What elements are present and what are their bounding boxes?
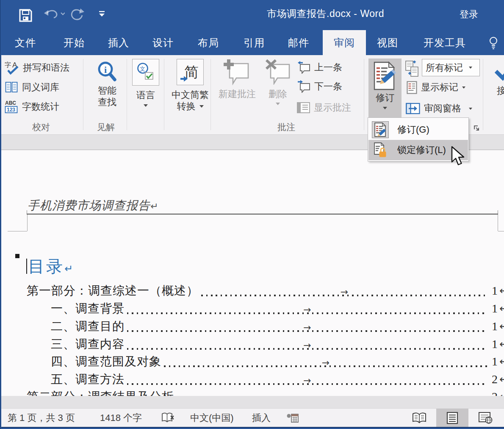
previous-comment-button[interactable]: 上一条 bbox=[297, 60, 342, 75]
toc-page-number: 1 bbox=[492, 355, 498, 368]
reviewing-pane-button[interactable]: 审阅窗格 bbox=[406, 101, 472, 116]
tab-file[interactable]: 文件 bbox=[15, 30, 36, 55]
paragraph-mark-icon: ↵ bbox=[498, 285, 499, 297]
next-comment-button[interactable]: 下一条 bbox=[297, 79, 342, 94]
all-markup-caret bbox=[469, 67, 472, 69]
tab-mark-icon: → bbox=[328, 393, 336, 396]
reviewing-pane-caret bbox=[469, 108, 472, 110]
toc-entry[interactable]: 四、调查范围及对象 → 1 ↵ bbox=[27, 353, 499, 370]
print-layout-icon bbox=[446, 412, 459, 424]
proofing-status-icon bbox=[161, 412, 175, 424]
crop-mark-right-horizontal bbox=[498, 231, 504, 231]
delete-comment-button[interactable]: 删除 bbox=[262, 59, 294, 105]
undo-icon bbox=[44, 8, 65, 20]
toc-entry[interactable]: 一、调查背景 → 1 ↵ bbox=[27, 300, 499, 318]
macro-record-icon bbox=[287, 412, 299, 423]
reviewing-pane-label: 审阅窗格 bbox=[424, 102, 461, 115]
new-comment-button[interactable]: 新建批注 bbox=[215, 59, 259, 100]
toc-entry[interactable]: 第一部分：调查综述一（概述） → 1 ↵ bbox=[27, 282, 499, 300]
tab-view[interactable]: 视图 bbox=[377, 30, 398, 55]
tab-developer[interactable]: 开发工具 bbox=[424, 30, 466, 55]
status-language[interactable]: 中文(中国) bbox=[190, 409, 234, 427]
status-macro-button[interactable] bbox=[287, 409, 299, 427]
all-markup-row-icon-wrap bbox=[405, 61, 419, 79]
tab-insert[interactable]: 插入 bbox=[108, 30, 129, 55]
title-bar: 市场调查报告.docx - Word 登录 bbox=[0, 0, 504, 30]
crop-mark-left-horizontal bbox=[8, 231, 27, 231]
show-markup-icon bbox=[407, 81, 417, 94]
view-web-layout-button[interactable] bbox=[469, 409, 501, 427]
next-comment-icon bbox=[297, 80, 310, 93]
undo-button[interactable] bbox=[44, 8, 65, 20]
page-header-text[interactable]: 手机消费市场调查报告↵ bbox=[28, 198, 158, 214]
svg-text:123: 123 bbox=[7, 107, 15, 113]
lightbulb-icon bbox=[487, 36, 500, 50]
track-changes-button[interactable]: 修订 bbox=[368, 58, 402, 117]
toc-entry[interactable]: 五、调查方法 → 2 ↵ bbox=[27, 370, 499, 388]
toc-page-number: 2 bbox=[492, 390, 498, 396]
tell-me-button[interactable] bbox=[487, 36, 500, 50]
sign-in-button[interactable]: 登录 bbox=[460, 8, 478, 21]
accept-button[interactable]: 接 bbox=[492, 59, 504, 96]
toc-page-number: 1 bbox=[492, 337, 498, 351]
previous-comment-label: 上一条 bbox=[314, 61, 342, 74]
toc-entry[interactable]: 二、调查目的 → 1 ↵ bbox=[27, 318, 499, 335]
status-page-info[interactable]: 第 1 页，共 3 页 bbox=[8, 409, 75, 427]
toc-entry[interactable]: 三、调查内容 → 1 ↵ bbox=[27, 335, 499, 353]
paragraph-anchor-square bbox=[15, 254, 19, 258]
previous-comment-icon bbox=[297, 61, 310, 74]
group-separator bbox=[127, 59, 127, 130]
status-proofing-button[interactable] bbox=[161, 409, 175, 427]
next-comment-label: 下一条 bbox=[314, 80, 342, 93]
track-changes-caret[interactable] bbox=[383, 107, 387, 109]
customize-qat-button[interactable] bbox=[98, 11, 105, 17]
all-markup-icon bbox=[405, 61, 419, 78]
show-markup-caret bbox=[462, 86, 465, 89]
show-markup-button[interactable]: 显示标记 bbox=[407, 80, 465, 95]
word-count-button[interactable]: ABC 123 字数统计 bbox=[5, 99, 59, 114]
chinese-conversion-icon-frame: 简 bbox=[177, 59, 204, 85]
tab-references[interactable]: 引用 bbox=[244, 30, 265, 55]
paragraph-mark-icon: ↵ bbox=[498, 303, 499, 315]
spelling-grammar-button[interactable]: 字 A 拼写和语法 bbox=[5, 60, 69, 75]
delete-comment-label: 删除 bbox=[269, 88, 287, 100]
view-read-mode-button[interactable] bbox=[403, 409, 435, 427]
show-comments-button[interactable]: 显示批注 bbox=[297, 100, 351, 115]
tab-review[interactable]: 审阅 bbox=[323, 30, 366, 55]
window-title: 市场调查报告.docx - Word bbox=[267, 7, 384, 20]
toc-entry[interactable]: 第二部分：调查结果及分析 → 2 ↵ bbox=[27, 388, 499, 396]
tab-layout[interactable]: 布局 bbox=[198, 30, 219, 55]
group-separator bbox=[83, 59, 83, 130]
tab-home[interactable]: 开始 bbox=[64, 30, 85, 55]
toc-page-number: 1 bbox=[492, 302, 498, 315]
smart-lookup-label-2: 查找 bbox=[98, 96, 116, 108]
status-insert-mode[interactable]: 插入 bbox=[252, 409, 271, 427]
toc-page-number: 2 bbox=[492, 373, 498, 386]
language-button[interactable]: 文 语言 bbox=[132, 59, 160, 107]
header-rule bbox=[27, 214, 498, 214]
tracking-dialog-launcher[interactable] bbox=[474, 125, 481, 132]
menu-item-label: 修订(G) bbox=[397, 123, 429, 136]
read-mode-icon bbox=[412, 412, 427, 424]
smart-lookup-button[interactable]: i 智能 查找 bbox=[88, 60, 126, 108]
tab-mailings[interactable]: 邮件 bbox=[288, 30, 309, 55]
smart-lookup-icon: i bbox=[95, 60, 119, 85]
view-print-layout-button[interactable] bbox=[436, 409, 468, 427]
show-comments-label: 显示批注 bbox=[314, 101, 351, 114]
redo-button[interactable] bbox=[70, 8, 84, 21]
tab-mark-icon: → bbox=[341, 287, 348, 297]
lock-tracking-icon bbox=[374, 142, 387, 158]
thesaurus-button[interactable]: 同义词库 bbox=[5, 80, 59, 95]
accept-icon bbox=[493, 59, 504, 81]
menu-item-track-changes[interactable]: 修订(G) bbox=[368, 120, 468, 140]
all-markup-combo[interactable]: 所有标记 bbox=[422, 59, 480, 76]
chinese-conversion-button[interactable]: 简 中文简繁 转换 bbox=[173, 59, 207, 112]
chinese-conversion-label-2: 转换 bbox=[177, 100, 196, 112]
thesaurus-icon bbox=[5, 81, 18, 94]
document-page[interactable]: 手机消费市场调查报告↵ 目录↵ 第一部分：调查综述一（概述） → 1 ↵ 一、调… bbox=[1, 150, 504, 396]
save-button[interactable] bbox=[19, 8, 33, 22]
status-word-count[interactable]: 1418 个字 bbox=[100, 409, 142, 427]
toc-heading[interactable]: 目录↵ bbox=[28, 255, 73, 278]
tab-design[interactable]: 设计 bbox=[152, 30, 174, 55]
paragraph-mark-icon: ↵ bbox=[498, 320, 499, 332]
